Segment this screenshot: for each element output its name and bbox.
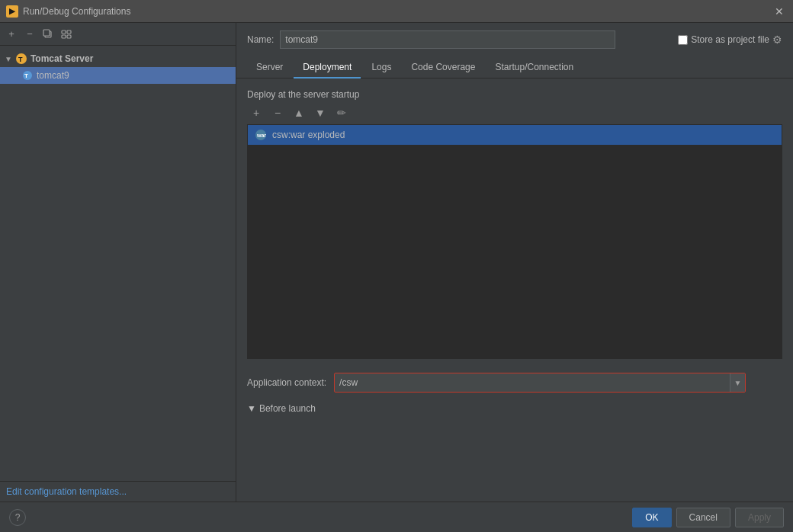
before-launch-label: Before launch <box>259 403 316 414</box>
bottom-bar: ? OK Cancel Apply <box>0 502 793 532</box>
tomcat-server-header[interactable]: ▼ T Tomcat Server <box>0 50 236 67</box>
deploy-section-label: Deploy at the server startup <box>247 89 782 100</box>
app-context-input-wrapper: ▼ <box>334 373 746 393</box>
svg-rect-4 <box>62 35 66 38</box>
store-as-project-checkbox[interactable] <box>678 35 688 45</box>
name-input[interactable] <box>280 30 615 49</box>
deploy-move-up-button[interactable]: ▲ <box>290 104 308 121</box>
app-context-label: Application context: <box>247 377 326 388</box>
sidebar-toolbar: + − <box>0 23 236 46</box>
right-panel: Name: Store as project file ⚙ Server Dep… <box>236 23 793 502</box>
deploy-item[interactable]: war csw:war exploded <box>248 125 782 145</box>
tabs-bar: Server Deployment Logs Code Coverage Sta… <box>236 56 793 79</box>
app-context-row: Application context: ▼ <box>247 373 782 393</box>
deploy-list: war csw:war exploded <box>247 124 782 359</box>
tab-logs[interactable]: Logs <box>362 57 400 79</box>
tab-code-coverage[interactable]: Code Coverage <box>402 57 484 79</box>
deploy-move-down-button[interactable]: ▼ <box>311 104 329 121</box>
svg-rect-3 <box>67 30 71 34</box>
before-launch-header[interactable]: ▼ Before launch <box>247 403 782 414</box>
svg-rect-1 <box>43 30 50 36</box>
group-config-button[interactable] <box>58 26 75 43</box>
sidebar: + − ▼ T Tomcat Server <box>0 23 236 502</box>
deploy-edit-button[interactable]: ✏ <box>332 104 351 121</box>
expand-arrow: ▼ <box>5 55 12 63</box>
title-text: Run/Debug Configurations <box>23 6 772 17</box>
svg-text:T: T <box>24 72 28 79</box>
tomcat9-label: tomcat9 <box>37 70 69 81</box>
svg-rect-2 <box>62 30 66 34</box>
deploy-toolbar: + − ▲ ▼ ✏ <box>247 104 782 121</box>
app-icon: ▶ <box>6 5 18 18</box>
app-context-input[interactable] <box>335 373 730 392</box>
deploy-remove-button[interactable]: − <box>268 104 287 121</box>
content-area: Deploy at the server startup + − ▲ ▼ ✏ <box>236 79 793 502</box>
deploy-item-label: csw:war exploded <box>272 130 345 140</box>
tab-server[interactable]: Server <box>247 57 292 79</box>
tomcat-icon: T <box>15 53 27 65</box>
svg-text:war: war <box>256 133 266 138</box>
tab-startup-connection[interactable]: Startup/Connection <box>486 57 583 79</box>
deploy-item-icon: war <box>254 128 268 142</box>
tomcat9-icon: T <box>21 69 34 82</box>
tomcat9-item[interactable]: T tomcat9 <box>0 67 236 84</box>
svg-rect-5 <box>67 35 71 38</box>
apply-button[interactable]: Apply <box>735 508 784 527</box>
copy-config-button[interactable] <box>40 26 56 43</box>
name-row: Name: Store as project file ⚙ <box>236 23 793 56</box>
gear-icon[interactable]: ⚙ <box>772 34 782 46</box>
store-as-project-label: Store as project file <box>691 34 769 45</box>
sidebar-footer: Edit configuration templates... <box>0 481 236 502</box>
tab-deployment[interactable]: Deployment <box>294 57 361 79</box>
remove-config-button[interactable]: − <box>21 26 38 43</box>
deploy-list-empty <box>248 145 782 358</box>
app-context-dropdown-button[interactable]: ▼ <box>730 373 745 392</box>
title-bar: ▶ Run/Debug Configurations ✕ <box>0 0 793 23</box>
before-launch-arrow: ▼ <box>247 403 256 414</box>
main-layout: + − ▼ T Tomcat Server <box>0 23 793 502</box>
tomcat-server-label: Tomcat Server <box>30 53 93 64</box>
config-tree: ▼ T Tomcat Server T tomcat9 <box>0 46 236 481</box>
deploy-add-button[interactable]: + <box>247 104 265 121</box>
tomcat-server-group: ▼ T Tomcat Server T tomcat9 <box>0 49 236 85</box>
add-config-button[interactable]: + <box>3 26 20 43</box>
close-button[interactable]: ✕ <box>772 4 787 19</box>
deploy-section: Deploy at the server startup + − ▲ ▼ ✏ <box>247 89 782 359</box>
edit-config-templates-link[interactable]: Edit configuration templates... <box>6 486 127 497</box>
before-launch-section: ▼ Before launch <box>247 403 782 414</box>
name-label: Name: <box>247 34 274 45</box>
store-project-area: Store as project file ⚙ <box>678 34 782 46</box>
help-button[interactable]: ? <box>9 509 26 526</box>
svg-text:T: T <box>18 56 23 63</box>
cancel-button[interactable]: Cancel <box>676 508 730 527</box>
ok-button[interactable]: OK <box>632 508 671 527</box>
bottom-left: ? <box>9 509 26 526</box>
